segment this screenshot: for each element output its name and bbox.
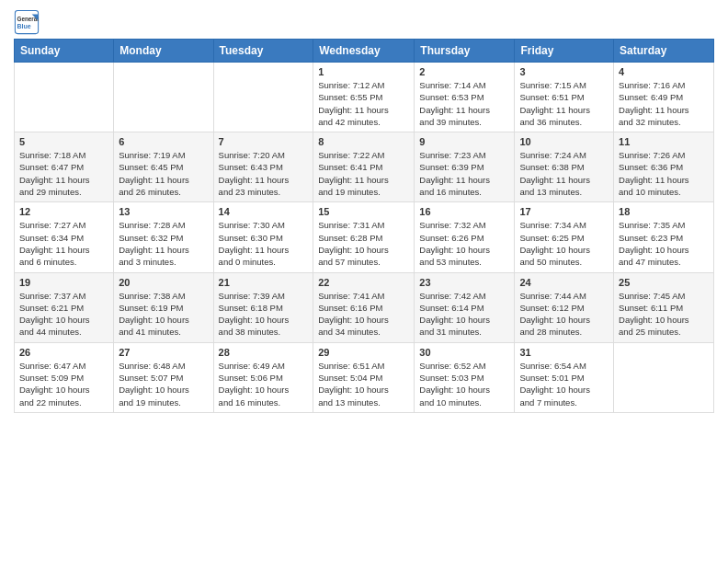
week-row-0: 1Sunrise: 7:12 AM Sunset: 6:55 PM Daylig… bbox=[15, 63, 714, 132]
day-info: Sunrise: 7:39 AM Sunset: 6:18 PM Dayligh… bbox=[219, 290, 309, 339]
day-info: Sunrise: 7:30 AM Sunset: 6:30 PM Dayligh… bbox=[219, 219, 309, 268]
day-info: Sunrise: 6:48 AM Sunset: 5:07 PM Dayligh… bbox=[119, 360, 208, 408]
day-number: 2 bbox=[419, 66, 509, 77]
calendar-cell: 19Sunrise: 7:37 AM Sunset: 6:21 PM Dayli… bbox=[15, 272, 114, 342]
day-number: 25 bbox=[619, 277, 709, 288]
calendar-cell: 27Sunrise: 6:48 AM Sunset: 5:07 PM Dayli… bbox=[114, 342, 213, 412]
calendar-cell: 4Sunrise: 7:16 AM Sunset: 6:49 PM Daylig… bbox=[614, 63, 714, 132]
day-info: Sunrise: 7:27 AM Sunset: 6:34 PM Dayligh… bbox=[19, 219, 108, 268]
calendar-cell: 5Sunrise: 7:18 AM Sunset: 6:47 PM Daylig… bbox=[15, 132, 114, 202]
calendar-cell: 3Sunrise: 7:15 AM Sunset: 6:51 PM Daylig… bbox=[515, 63, 614, 132]
day-info: Sunrise: 7:20 AM Sunset: 6:43 PM Dayligh… bbox=[219, 149, 309, 198]
calendar-cell: 13Sunrise: 7:28 AM Sunset: 6:32 PM Dayli… bbox=[114, 202, 213, 272]
calendar-cell: 23Sunrise: 7:42 AM Sunset: 6:14 PM Dayli… bbox=[415, 272, 515, 342]
calendar-cell: 22Sunrise: 7:41 AM Sunset: 6:16 PM Dayli… bbox=[313, 272, 415, 342]
weekday-monday: Monday bbox=[114, 40, 213, 63]
day-info: Sunrise: 6:52 AM Sunset: 5:03 PM Dayligh… bbox=[419, 360, 509, 408]
calendar-cell: 30Sunrise: 6:52 AM Sunset: 5:03 PM Dayli… bbox=[415, 342, 515, 412]
day-number: 9 bbox=[419, 136, 509, 147]
day-number: 23 bbox=[419, 277, 509, 288]
calendar-cell: 11Sunrise: 7:26 AM Sunset: 6:36 PM Dayli… bbox=[614, 132, 714, 202]
day-info: Sunrise: 7:18 AM Sunset: 6:47 PM Dayligh… bbox=[19, 149, 108, 198]
day-info: Sunrise: 7:32 AM Sunset: 6:26 PM Dayligh… bbox=[419, 219, 509, 268]
day-info: Sunrise: 7:15 AM Sunset: 6:51 PM Dayligh… bbox=[519, 79, 609, 128]
day-number: 4 bbox=[619, 66, 709, 77]
week-row-1: 5Sunrise: 7:18 AM Sunset: 6:47 PM Daylig… bbox=[15, 132, 714, 202]
day-info: Sunrise: 7:16 AM Sunset: 6:49 PM Dayligh… bbox=[619, 79, 709, 128]
day-info: Sunrise: 7:31 AM Sunset: 6:28 PM Dayligh… bbox=[318, 219, 409, 268]
week-row-2: 12Sunrise: 7:27 AM Sunset: 6:34 PM Dayli… bbox=[15, 202, 714, 272]
day-number: 1 bbox=[318, 66, 409, 77]
calendar-cell bbox=[114, 63, 213, 132]
day-number: 29 bbox=[318, 347, 409, 358]
day-number: 20 bbox=[119, 277, 208, 288]
day-info: Sunrise: 7:12 AM Sunset: 6:55 PM Dayligh… bbox=[318, 79, 409, 128]
day-number: 5 bbox=[19, 136, 108, 147]
day-number: 8 bbox=[318, 136, 409, 147]
day-info: Sunrise: 7:14 AM Sunset: 6:53 PM Dayligh… bbox=[419, 79, 509, 128]
day-info: Sunrise: 6:49 AM Sunset: 5:06 PM Dayligh… bbox=[219, 360, 309, 408]
day-number: 7 bbox=[219, 136, 309, 147]
weekday-thursday: Thursday bbox=[415, 40, 515, 63]
calendar-cell: 18Sunrise: 7:35 AM Sunset: 6:23 PM Dayli… bbox=[614, 202, 714, 272]
day-info: Sunrise: 6:51 AM Sunset: 5:04 PM Dayligh… bbox=[318, 360, 409, 408]
day-info: Sunrise: 7:22 AM Sunset: 6:41 PM Dayligh… bbox=[318, 149, 409, 198]
day-info: Sunrise: 7:23 AM Sunset: 6:39 PM Dayligh… bbox=[419, 149, 509, 198]
day-number: 13 bbox=[119, 206, 208, 217]
day-number: 6 bbox=[119, 136, 208, 147]
day-number: 15 bbox=[318, 206, 409, 217]
day-info: Sunrise: 7:45 AM Sunset: 6:11 PM Dayligh… bbox=[619, 290, 709, 339]
calendar-cell: 26Sunrise: 6:47 AM Sunset: 5:09 PM Dayli… bbox=[15, 342, 114, 412]
day-number: 19 bbox=[19, 277, 108, 288]
calendar-cell bbox=[213, 63, 313, 132]
calendar-cell bbox=[15, 63, 114, 132]
day-number: 30 bbox=[419, 347, 509, 358]
day-number: 3 bbox=[519, 66, 609, 77]
calendar-cell bbox=[614, 342, 714, 412]
svg-rect-0 bbox=[15, 10, 38, 33]
calendar-cell: 25Sunrise: 7:45 AM Sunset: 6:11 PM Dayli… bbox=[614, 272, 714, 342]
calendar-cell: 15Sunrise: 7:31 AM Sunset: 6:28 PM Dayli… bbox=[313, 202, 415, 272]
calendar-cell: 2Sunrise: 7:14 AM Sunset: 6:53 PM Daylig… bbox=[415, 63, 515, 132]
day-info: Sunrise: 7:19 AM Sunset: 6:45 PM Dayligh… bbox=[119, 149, 208, 198]
week-row-4: 26Sunrise: 6:47 AM Sunset: 5:09 PM Dayli… bbox=[15, 342, 714, 412]
calendar-cell: 10Sunrise: 7:24 AM Sunset: 6:38 PM Dayli… bbox=[515, 132, 614, 202]
calendar-cell: 8Sunrise: 7:22 AM Sunset: 6:41 PM Daylig… bbox=[313, 132, 415, 202]
calendar-cell: 29Sunrise: 6:51 AM Sunset: 5:04 PM Dayli… bbox=[313, 342, 415, 412]
day-info: Sunrise: 7:37 AM Sunset: 6:21 PM Dayligh… bbox=[19, 290, 108, 339]
week-row-3: 19Sunrise: 7:37 AM Sunset: 6:21 PM Dayli… bbox=[15, 272, 714, 342]
logo: General Blue bbox=[14, 9, 43, 35]
day-info: Sunrise: 7:41 AM Sunset: 6:16 PM Dayligh… bbox=[318, 290, 409, 339]
day-info: Sunrise: 6:47 AM Sunset: 5:09 PM Dayligh… bbox=[19, 360, 108, 408]
svg-text:Blue: Blue bbox=[17, 23, 31, 29]
calendar-cell: 9Sunrise: 7:23 AM Sunset: 6:39 PM Daylig… bbox=[415, 132, 515, 202]
day-number: 17 bbox=[519, 206, 609, 217]
day-number: 31 bbox=[519, 347, 609, 358]
weekday-friday: Friday bbox=[515, 40, 614, 63]
day-number: 28 bbox=[219, 347, 309, 358]
weekday-header-row: SundayMondayTuesdayWednesdayThursdayFrid… bbox=[15, 40, 714, 63]
day-info: Sunrise: 6:54 AM Sunset: 5:01 PM Dayligh… bbox=[519, 360, 609, 408]
calendar-body: 1Sunrise: 7:12 AM Sunset: 6:55 PM Daylig… bbox=[15, 63, 714, 413]
calendar-cell: 31Sunrise: 6:54 AM Sunset: 5:01 PM Dayli… bbox=[515, 342, 614, 412]
weekday-wednesday: Wednesday bbox=[313, 40, 415, 63]
day-info: Sunrise: 7:28 AM Sunset: 6:32 PM Dayligh… bbox=[119, 219, 208, 268]
day-info: Sunrise: 7:26 AM Sunset: 6:36 PM Dayligh… bbox=[619, 149, 709, 198]
weekday-sunday: Sunday bbox=[15, 40, 114, 63]
day-info: Sunrise: 7:35 AM Sunset: 6:23 PM Dayligh… bbox=[619, 219, 709, 268]
day-number: 26 bbox=[19, 347, 108, 358]
day-number: 24 bbox=[519, 277, 609, 288]
day-number: 14 bbox=[219, 206, 309, 217]
day-info: Sunrise: 7:42 AM Sunset: 6:14 PM Dayligh… bbox=[419, 290, 509, 339]
day-number: 10 bbox=[519, 136, 609, 147]
logo-icon: General Blue bbox=[14, 9, 40, 35]
day-number: 18 bbox=[619, 206, 709, 217]
weekday-tuesday: Tuesday bbox=[213, 40, 313, 63]
calendar-cell: 1Sunrise: 7:12 AM Sunset: 6:55 PM Daylig… bbox=[313, 63, 415, 132]
day-info: Sunrise: 7:34 AM Sunset: 6:25 PM Dayligh… bbox=[519, 219, 609, 268]
day-info: Sunrise: 7:38 AM Sunset: 6:19 PM Dayligh… bbox=[119, 290, 208, 339]
calendar-cell: 28Sunrise: 6:49 AM Sunset: 5:06 PM Dayli… bbox=[213, 342, 313, 412]
day-number: 16 bbox=[419, 206, 509, 217]
calendar-cell: 24Sunrise: 7:44 AM Sunset: 6:12 PM Dayli… bbox=[515, 272, 614, 342]
calendar-cell: 20Sunrise: 7:38 AM Sunset: 6:19 PM Dayli… bbox=[114, 272, 213, 342]
